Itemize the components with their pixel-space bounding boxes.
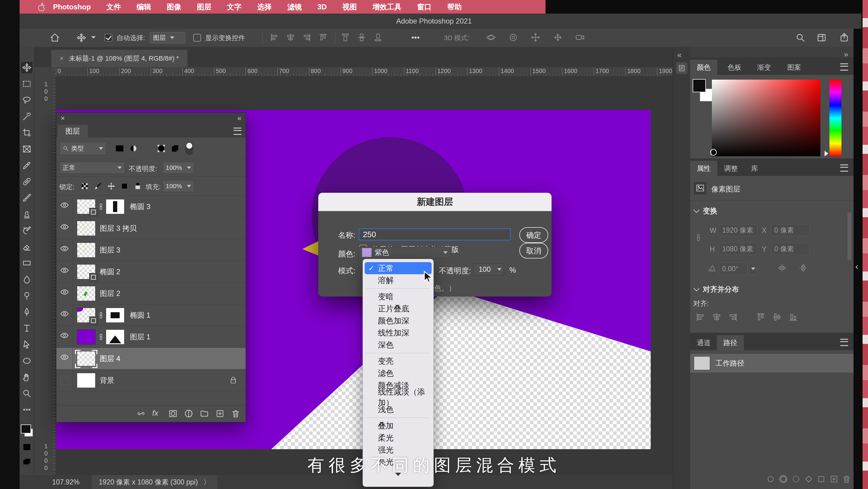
workspace-switcher-icon[interactable]	[817, 33, 827, 42]
blend-mode-option[interactable]: 变暗	[365, 290, 432, 303]
blend-mode-option[interactable]: 叠加	[365, 420, 432, 432]
home-icon[interactable]	[50, 33, 60, 43]
eye-icon[interactable]	[60, 202, 69, 211]
layer-name[interactable]: 图层 1	[130, 332, 150, 342]
dialog-opacity-stepper[interactable]	[495, 263, 504, 276]
auto-select-checkbox[interactable]	[104, 34, 113, 41]
eyedropper-tool[interactable]	[21, 160, 33, 171]
menu-item-5[interactable]: 文字	[219, 2, 249, 12]
layer-name[interactable]: 背景	[100, 376, 114, 385]
layer-name[interactable]: 图层 4	[100, 354, 120, 364]
layer-row[interactable]: 椭圆 3	[56, 196, 246, 218]
menu-item-7[interactable]: 滤镜	[279, 2, 310, 12]
vertical-ruler[interactable]: 1001000	[34, 67, 56, 475]
align-bottom-icon[interactable]	[788, 312, 798, 322]
layer-name[interactable]: 图层 3	[100, 245, 120, 255]
clone-stamp-tool[interactable]	[21, 208, 33, 220]
trash-icon[interactable]	[231, 409, 240, 418]
layer-visibility-cell[interactable]	[56, 305, 73, 326]
layer-thumbnail[interactable]	[77, 373, 96, 388]
apple-icon[interactable]	[36, 2, 45, 12]
layer-name[interactable]: 椭圆 3	[130, 202, 150, 211]
tab-properties-2[interactable]: 库	[744, 161, 765, 176]
eye-icon[interactable]	[60, 289, 69, 298]
history-brush-tool[interactable]	[21, 225, 33, 236]
layer-visibility-cell[interactable]	[56, 239, 73, 261]
status-doc-info[interactable]: 1920 像素 x 1080 像素 (300 ppi) 〉	[92, 475, 218, 489]
dialog-opacity-input[interactable]: 100	[473, 263, 496, 276]
hand-tool[interactable]	[21, 371, 33, 383]
slice-tool[interactable]	[21, 143, 33, 155]
menu-item-12[interactable]: 帮助	[439, 2, 470, 12]
layer-row[interactable]: 背景	[56, 370, 246, 391]
status-zoom-level[interactable]: 107.92%	[52, 478, 80, 486]
panel-menu-icon[interactable]	[840, 339, 848, 346]
blend-mode-option[interactable]: 线性加深	[365, 327, 432, 339]
ellipse-shape-tool[interactable]	[21, 355, 33, 367]
fx-icon[interactable]: fx	[152, 408, 158, 418]
color-field-marker[interactable]	[710, 149, 717, 156]
layer-row[interactable]: 图层 1	[56, 326, 246, 348]
link-icon[interactable]	[136, 409, 146, 418]
move-tool[interactable]	[21, 62, 33, 73]
work-path-row[interactable]: 工作路径	[690, 354, 854, 373]
layer-visibility-cell[interactable]	[56, 261, 73, 282]
move-tool-option-icon[interactable]	[77, 33, 86, 42]
layer-visibility-cell[interactable]	[56, 370, 73, 391]
expand-dock-icon[interactable]: »	[844, 50, 848, 59]
menu-item-6[interactable]: 选择	[249, 2, 279, 12]
filter-smart-objects-icon[interactable]	[170, 143, 181, 154]
menu-item-1[interactable]: 文件	[98, 2, 129, 12]
path-thumbnail[interactable]	[694, 356, 710, 370]
menu-item-3[interactable]: 图像	[159, 2, 189, 12]
panel-menu-icon[interactable]	[840, 63, 848, 70]
layer-thumbnail[interactable]	[77, 221, 96, 236]
eye-icon[interactable]	[60, 267, 69, 276]
dist-bottom-icon[interactable]	[373, 33, 382, 42]
camera-3d-icon[interactable]	[575, 33, 585, 42]
blend-mode-option[interactable]: 线性减淡（添加）	[365, 391, 432, 403]
gradient-tool[interactable]	[21, 257, 33, 269]
layer-name[interactable]: 椭圆 2	[100, 267, 120, 277]
layer-thumbnail[interactable]	[77, 264, 96, 279]
layer-mask-thumbnail[interactable]	[106, 308, 124, 323]
type-tool[interactable]	[21, 322, 33, 334]
tab-paths-1[interactable]: 路径	[717, 335, 744, 350]
layer-color-select[interactable]: 紫色	[359, 247, 451, 258]
tab-color-1[interactable]: 色板	[721, 60, 748, 75]
layer-row[interactable]: 椭圆 2	[56, 261, 246, 283]
zoom-tool[interactable]	[21, 387, 33, 399]
collapse-panel-icon[interactable]: «	[238, 114, 241, 122]
panel-menu-icon[interactable]	[234, 127, 241, 135]
align-left-icon[interactable]	[695, 312, 705, 322]
align-left-icon[interactable]	[270, 33, 279, 42]
section-chevron-icon[interactable]	[693, 285, 700, 291]
pan-3d-icon[interactable]	[531, 33, 540, 42]
height-field[interactable]: 1080 像素	[719, 243, 757, 255]
eye-icon[interactable]	[60, 311, 69, 320]
close-tab-icon[interactable]: ×	[60, 55, 64, 62]
menu-item-2[interactable]: 编辑	[129, 2, 159, 12]
filter-toggle[interactable]	[185, 142, 193, 155]
close-panel-icon[interactable]: ×	[61, 114, 65, 122]
blend-mode-option[interactable]: 滤色	[365, 367, 432, 379]
tab-properties-0[interactable]: 属性	[690, 161, 717, 176]
angle-field[interactable]: 0.00°	[719, 263, 748, 275]
share-icon[interactable]	[839, 33, 849, 42]
lock-transparent-pixels-icon[interactable]	[79, 181, 90, 192]
x-field[interactable]: 0 像素	[771, 224, 809, 236]
brush-tool[interactable]	[21, 192, 33, 204]
lock-position-icon[interactable]	[106, 181, 117, 192]
blend-mode-select[interactable]: 正常	[59, 162, 125, 174]
align-middle-v-icon[interactable]	[772, 312, 782, 322]
foreground-background-swatches[interactable]	[21, 425, 33, 438]
tab-color-0[interactable]: 颜色	[690, 60, 717, 75]
folder-icon[interactable]	[200, 409, 209, 418]
align-right-icon[interactable]	[728, 312, 738, 322]
layer-visibility-cell[interactable]	[56, 218, 73, 239]
menu-item-4[interactable]: 图层	[189, 2, 219, 12]
layer-mask-thumbnail[interactable]	[106, 199, 124, 214]
layer-name[interactable]: 椭圆 1	[130, 310, 150, 320]
cancel-button[interactable]: 取消	[519, 243, 548, 259]
align-center-h-icon[interactable]	[712, 312, 721, 322]
